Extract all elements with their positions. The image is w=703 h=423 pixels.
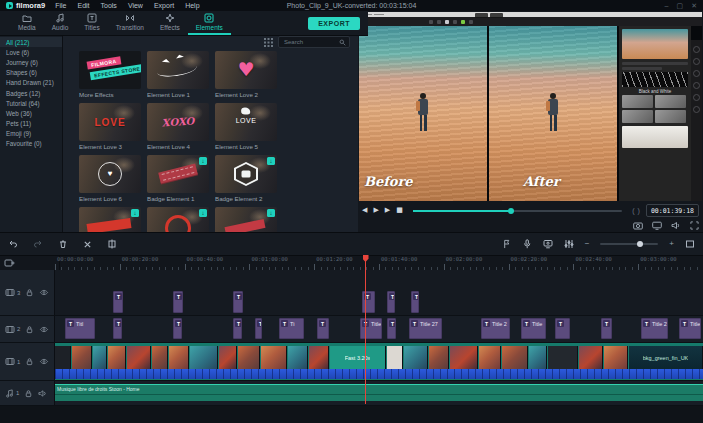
element-card-more-effects[interactable]: FILMORA EFFECTS STORE More Effects: [79, 51, 141, 98]
manage-tracks-icon[interactable]: [4, 258, 15, 268]
download-icon[interactable]: ↓: [199, 157, 207, 165]
category-item[interactable]: Love (6): [0, 47, 62, 57]
video-clip-segment[interactable]: [548, 346, 578, 369]
redo-icon[interactable]: [33, 239, 43, 249]
video-clip-segment[interactable]: [219, 346, 237, 369]
audio-track-body[interactable]: Musique libre de droits Stoon - Home: [55, 381, 703, 405]
title-clip[interactable]: T: [255, 318, 262, 339]
title-clip[interactable]: TTitle 2: [481, 318, 510, 339]
tab-elements[interactable]: Elements: [188, 11, 231, 35]
video-clip-segment[interactable]: [579, 346, 603, 369]
title-clip[interactable]: T: [601, 318, 612, 339]
category-item[interactable]: Emoji (9): [0, 129, 62, 139]
video-clip-segment[interactable]: [55, 346, 71, 369]
eye-icon[interactable]: [39, 325, 49, 334]
video-clip-segment[interactable]: [72, 346, 92, 369]
export-button[interactable]: EXPORT: [308, 17, 360, 30]
download-icon[interactable]: ↓: [267, 157, 275, 165]
menu-file[interactable]: File: [55, 2, 66, 9]
zoom-slider-handle[interactable]: [637, 241, 643, 247]
marker-icon[interactable]: [502, 239, 511, 249]
zoom-out-icon[interactable]: −: [585, 240, 590, 248]
title-clip[interactable]: T: [233, 291, 243, 313]
category-item[interactable]: All (212): [0, 37, 62, 47]
video-clip-segment[interactable]: [152, 346, 168, 369]
display-settings-icon[interactable]: [652, 221, 662, 230]
preview-video[interactable]: Before After Black and White: [359, 12, 702, 201]
grid-view-icon[interactable]: [264, 38, 273, 47]
zoom-in-icon[interactable]: +: [669, 240, 674, 248]
title-clip[interactable]: TTitle: [679, 318, 701, 339]
category-item[interactable]: Journey (6): [0, 57, 62, 67]
tab-titles[interactable]: Titles: [76, 11, 107, 35]
close-icon[interactable]: ✕: [691, 2, 697, 10]
video-clip-segment[interactable]: [502, 346, 528, 369]
video-clip-segment[interactable]: [387, 346, 403, 369]
download-icon[interactable]: ↓: [199, 209, 207, 217]
minimize-icon[interactable]: –: [665, 2, 669, 10]
microphone-icon[interactable]: [522, 239, 532, 249]
maximize-icon[interactable]: ▢: [677, 2, 684, 10]
undo-icon[interactable]: [8, 239, 18, 249]
title-clip[interactable]: TTitle: [360, 318, 382, 339]
mark-out-icon[interactable]: ): [638, 207, 640, 214]
lock-icon[interactable]: [25, 288, 34, 297]
element-card-love1[interactable]: Element Love 1: [147, 51, 209, 98]
download-icon[interactable]: ↓: [267, 209, 275, 217]
element-card-badge1[interactable]: ↓ Badge Element 1: [147, 155, 209, 202]
playhead[interactable]: [365, 255, 366, 404]
split-icon[interactable]: [107, 239, 117, 249]
title-clip[interactable]: T: [113, 291, 123, 313]
menu-view[interactable]: View: [128, 2, 143, 9]
element-card-love4[interactable]: XOXO Element Love 4: [147, 103, 209, 150]
delete-x-icon[interactable]: [83, 240, 92, 249]
menu-export[interactable]: Export: [154, 2, 174, 9]
video-clip-segment[interactable]: [169, 346, 189, 369]
video-clip-segment[interactable]: [261, 346, 287, 369]
video-clip-segment[interactable]: bkg_green_fin_UK: [629, 346, 703, 369]
download-icon[interactable]: ↓: [131, 209, 139, 217]
track1-body[interactable]: Fast 3.20xbkg_green_fin_UK: [55, 343, 703, 380]
video-clip-segment[interactable]: [529, 346, 547, 369]
video-clip-segment[interactable]: [93, 346, 107, 369]
menu-tools[interactable]: Tools: [101, 2, 117, 9]
category-item[interactable]: Favourite (0): [0, 139, 62, 149]
title-clip[interactable]: T: [233, 318, 242, 339]
snapshot-camera-icon[interactable]: [633, 221, 643, 230]
eye-icon[interactable]: [39, 357, 49, 366]
title-clip[interactable]: T: [173, 318, 182, 339]
progress-handle[interactable]: [508, 208, 514, 214]
tab-media[interactable]: Media: [10, 11, 44, 35]
search-input[interactable]: [282, 38, 339, 46]
category-item[interactable]: Web (36): [0, 108, 62, 118]
track3-body[interactable]: TTTTTT: [55, 270, 703, 315]
category-item[interactable]: Tutorial (64): [0, 98, 62, 108]
lock-icon[interactable]: [24, 389, 33, 398]
menu-help[interactable]: Help: [185, 2, 199, 9]
trash-icon[interactable]: [58, 239, 68, 249]
video-clip-segment[interactable]: [190, 346, 218, 369]
ruler-labels[interactable]: 00:00:00:0000:00:20:0000:00:40:0000:01:0…: [55, 255, 703, 270]
video-clip-segment[interactable]: [450, 346, 478, 369]
lock-icon[interactable]: [25, 325, 34, 334]
title-clip[interactable]: TTi: [279, 318, 304, 339]
title-clip[interactable]: TTitle: [521, 318, 546, 339]
title-clip[interactable]: T: [113, 318, 122, 339]
volume-icon[interactable]: [671, 221, 681, 230]
video-clip-segment[interactable]: [108, 346, 126, 369]
title-clip[interactable]: T: [387, 318, 396, 339]
category-item[interactable]: Badges (12): [0, 88, 62, 98]
fullscreen-icon[interactable]: [690, 221, 699, 230]
eye-icon[interactable]: [39, 288, 49, 297]
mark-in-icon[interactable]: (: [632, 207, 634, 214]
timeline-zoom-slider[interactable]: [600, 243, 658, 245]
title-clip[interactable]: T: [555, 318, 570, 339]
video-clip-segment[interactable]: [238, 346, 260, 369]
video-clip-segment[interactable]: [404, 346, 428, 369]
video-clip-segment[interactable]: [604, 346, 628, 369]
category-item[interactable]: Shapes (6): [0, 68, 62, 78]
title-clip[interactable]: TTitle 27: [641, 318, 668, 339]
element-card-love6[interactable]: Element Love 6: [79, 155, 141, 202]
element-card-partial3[interactable]: ↓: [215, 207, 277, 232]
playback-progress-bar[interactable]: [413, 210, 622, 212]
